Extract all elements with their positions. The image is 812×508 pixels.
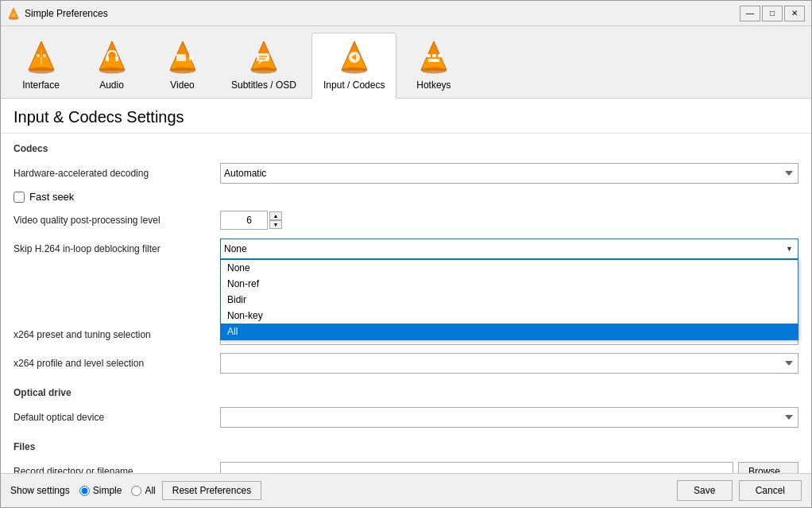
svg-rect-34 (427, 54, 431, 57)
skip-h264-dropdown-header[interactable]: None (220, 238, 798, 259)
tab-video[interactable]: Video (149, 33, 216, 98)
browse-wrap: Browse... (220, 462, 798, 473)
main-window: Simple Preferences — □ ✕ Interface (0, 0, 812, 508)
hardware-decoding-select[interactable]: Automatic Disable Any OpenCL DXVA2 D3D11… (220, 163, 798, 184)
svg-point-32 (421, 68, 447, 74)
video-icon (164, 38, 202, 76)
tab-interface[interactable]: Interface (7, 33, 75, 98)
optical-device-label: Default optical device (14, 412, 220, 423)
hotkeys-icon (415, 38, 453, 76)
hardware-decoding-row: Hardware-accelerated decoding Automatic … (14, 162, 798, 184)
bottom-bar: Show settings Simple All Reset Preferenc… (1, 473, 811, 507)
files-section: Files Record directory or filename Brows… (14, 441, 798, 473)
spin-buttons: ▲ ▼ (269, 211, 282, 229)
skip-h264-option-bidir[interactable]: Bidir (221, 292, 798, 308)
optical-device-row: Default optical device (14, 406, 798, 429)
settings-scroll[interactable]: Codecs Hardware-accelerated decoding Aut… (1, 134, 811, 473)
fast-seek-row: Fast seek (14, 191, 798, 203)
close-button[interactable]: ✕ (784, 6, 805, 21)
codecs-section: Codecs Hardware-accelerated decoding Aut… (14, 143, 798, 374)
simple-label: Simple (93, 485, 122, 496)
reset-button[interactable]: Reset Preferences (162, 481, 261, 500)
tab-input-label: Input / Codecs (323, 79, 385, 91)
tab-video-label: Video (170, 79, 194, 91)
content-area: Input & Codecs Settings Codecs Hardware-… (1, 99, 811, 473)
optical-header: Optical drive (14, 387, 798, 400)
save-button[interactable]: Save (677, 480, 733, 501)
input-icon (335, 38, 373, 76)
spin-up-button[interactable]: ▲ (269, 211, 282, 220)
tab-subtitles-label: Subtitles / OSD (231, 79, 296, 91)
tab-bar: Interface Audio (1, 26, 811, 99)
skip-h264-dropdown-list: None Non-ref Bidir Non-key All (220, 259, 798, 340)
x264-profile-label: x264 profile and level selection (14, 358, 220, 369)
video-quality-control: ▲ ▼ (220, 211, 798, 230)
skip-h264-option-none[interactable]: None (221, 260, 798, 276)
video-quality-row: Video quality post-processing level ▲ ▼ (14, 209, 798, 231)
svg-rect-17 (176, 54, 186, 61)
skip-h264-row: Skip H.264 in-loop deblocking filter Non… (14, 238, 798, 260)
svg-point-10 (99, 68, 125, 74)
skip-h264-option-nonkey[interactable]: Non-key (221, 308, 798, 324)
video-quality-spinner: ▲ ▼ (220, 211, 798, 230)
svg-rect-37 (428, 59, 439, 62)
titlebar: Simple Preferences — □ ✕ (1, 1, 811, 26)
tab-input[interactable]: Input / Codecs (311, 33, 396, 99)
record-dir-row: Record directory or filename Browse... (14, 460, 798, 473)
optical-section: Optical drive Default optical device (14, 387, 798, 429)
simple-radio[interactable] (79, 486, 90, 496)
svg-point-7 (37, 54, 40, 57)
radio-group: Simple All (79, 485, 156, 496)
window-title: Simple Preferences (25, 8, 740, 19)
svg-point-15 (170, 68, 195, 74)
svg-rect-36 (438, 54, 442, 57)
tab-subtitles[interactable]: Subtitles / OSD (219, 33, 308, 98)
record-dir-label: Record directory or filename (14, 466, 220, 473)
skip-h264-label: Skip H.264 in-loop deblocking filter (14, 243, 220, 254)
tab-interface-label: Interface (22, 79, 60, 91)
skip-h264-option-nonref[interactable]: Non-ref (221, 276, 798, 292)
app-icon (7, 7, 20, 20)
interface-icon (22, 38, 60, 76)
window-controls: — □ ✕ (740, 6, 805, 21)
page-title: Input & Codecs Settings (1, 99, 811, 134)
video-quality-label: Video quality post-processing level (14, 215, 220, 226)
tab-hotkeys[interactable]: Hotkeys (400, 33, 467, 98)
x264-preset-label: x264 preset and tuning selection (14, 329, 220, 340)
hardware-decoding-label: Hardware-accelerated decoding (14, 168, 220, 179)
hardware-decoding-control: Automatic Disable Any OpenCL DXVA2 D3D11… (220, 163, 798, 184)
x264-profile-control (220, 353, 798, 374)
minimize-button[interactable]: — (740, 6, 760, 21)
audio-icon (93, 38, 131, 76)
subtitles-icon (245, 38, 283, 76)
browse-button[interactable]: Browse... (738, 462, 798, 473)
simple-radio-item: Simple (79, 485, 122, 496)
svg-rect-12 (106, 56, 109, 61)
svg-point-8 (43, 54, 46, 57)
all-label: All (145, 485, 155, 496)
optical-device-select[interactable] (220, 407, 798, 428)
spin-down-button[interactable]: ▼ (269, 220, 282, 229)
x264-profile-select[interactable] (220, 353, 798, 374)
tab-audio-label: Audio (99, 79, 124, 91)
svg-rect-35 (432, 54, 436, 57)
show-settings-label: Show settings (10, 485, 70, 496)
svg-point-1 (9, 17, 18, 20)
video-quality-input[interactable] (220, 211, 268, 230)
svg-rect-22 (257, 53, 269, 61)
maximize-button[interactable]: □ (762, 6, 783, 21)
fast-seek-checkbox[interactable] (14, 192, 25, 203)
all-radio[interactable] (131, 486, 141, 496)
svg-point-27 (342, 68, 367, 74)
files-header: Files (14, 441, 798, 454)
tab-audio[interactable]: Audio (78, 33, 145, 98)
record-dir-input[interactable] (220, 462, 733, 473)
cancel-button[interactable]: Cancel (739, 480, 802, 501)
svg-rect-13 (115, 56, 118, 61)
svg-rect-2 (12, 14, 15, 17)
skip-h264-option-all[interactable]: All (221, 324, 798, 339)
svg-point-4 (29, 68, 54, 74)
skip-h264-dropdown-wrapper: None None Non-ref Bidir Non-key All (220, 238, 798, 259)
svg-point-20 (251, 68, 276, 74)
record-dir-control: Browse... (220, 462, 798, 473)
